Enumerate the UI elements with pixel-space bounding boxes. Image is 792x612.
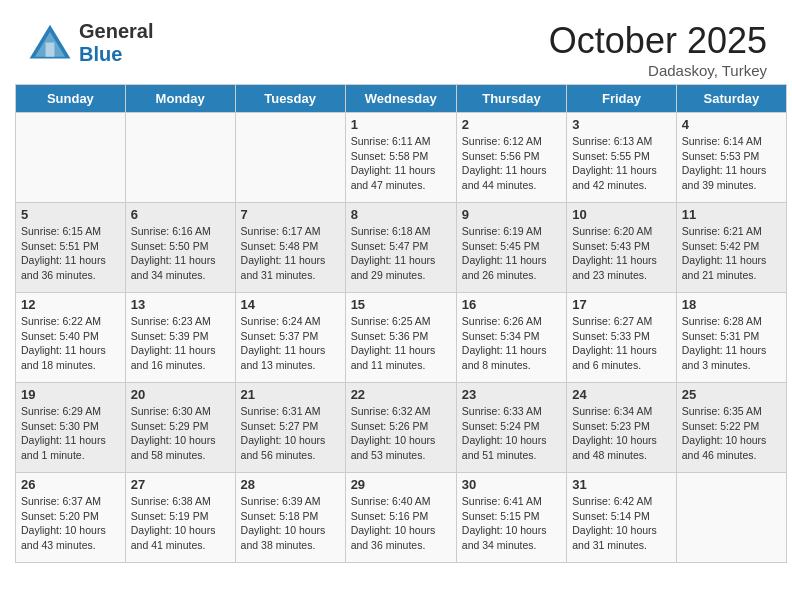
cell-content: Sunrise: 6:31 AM Sunset: 5:27 PM Dayligh…: [241, 404, 340, 463]
calendar-cell: 9Sunrise: 6:19 AM Sunset: 5:45 PM Daylig…: [456, 203, 566, 293]
calendar-cell: [676, 473, 786, 563]
cell-content: Sunrise: 6:32 AM Sunset: 5:26 PM Dayligh…: [351, 404, 451, 463]
cell-content: Sunrise: 6:23 AM Sunset: 5:39 PM Dayligh…: [131, 314, 230, 373]
calendar-cell: 23Sunrise: 6:33 AM Sunset: 5:24 PM Dayli…: [456, 383, 566, 473]
day-number: 16: [462, 297, 561, 312]
day-number: 8: [351, 207, 451, 222]
calendar-cell: 10Sunrise: 6:20 AM Sunset: 5:43 PM Dayli…: [567, 203, 677, 293]
weekday-header-row: SundayMondayTuesdayWednesdayThursdayFrid…: [16, 85, 787, 113]
cell-content: Sunrise: 6:38 AM Sunset: 5:19 PM Dayligh…: [131, 494, 230, 553]
cell-content: Sunrise: 6:42 AM Sunset: 5:14 PM Dayligh…: [572, 494, 671, 553]
weekday-header-sunday: Sunday: [16, 85, 126, 113]
day-number: 10: [572, 207, 671, 222]
day-number: 30: [462, 477, 561, 492]
day-number: 31: [572, 477, 671, 492]
calendar-cell: 28Sunrise: 6:39 AM Sunset: 5:18 PM Dayli…: [235, 473, 345, 563]
day-number: 9: [462, 207, 561, 222]
week-row-1: 1Sunrise: 6:11 AM Sunset: 5:58 PM Daylig…: [16, 113, 787, 203]
logo-general-text: General: [79, 20, 153, 43]
calendar-cell: 29Sunrise: 6:40 AM Sunset: 5:16 PM Dayli…: [345, 473, 456, 563]
logo: General Blue: [25, 20, 153, 66]
day-number: 28: [241, 477, 340, 492]
cell-content: Sunrise: 6:12 AM Sunset: 5:56 PM Dayligh…: [462, 134, 561, 193]
calendar-cell: 4Sunrise: 6:14 AM Sunset: 5:53 PM Daylig…: [676, 113, 786, 203]
cell-content: Sunrise: 6:39 AM Sunset: 5:18 PM Dayligh…: [241, 494, 340, 553]
cell-content: Sunrise: 6:13 AM Sunset: 5:55 PM Dayligh…: [572, 134, 671, 193]
cell-content: Sunrise: 6:29 AM Sunset: 5:30 PM Dayligh…: [21, 404, 120, 463]
weekday-header-tuesday: Tuesday: [235, 85, 345, 113]
cell-content: Sunrise: 6:37 AM Sunset: 5:20 PM Dayligh…: [21, 494, 120, 553]
day-number: 17: [572, 297, 671, 312]
day-number: 19: [21, 387, 120, 402]
cell-content: Sunrise: 6:24 AM Sunset: 5:37 PM Dayligh…: [241, 314, 340, 373]
weekday-header-saturday: Saturday: [676, 85, 786, 113]
cell-content: Sunrise: 6:41 AM Sunset: 5:15 PM Dayligh…: [462, 494, 561, 553]
cell-content: Sunrise: 6:21 AM Sunset: 5:42 PM Dayligh…: [682, 224, 781, 283]
day-number: 29: [351, 477, 451, 492]
location-subtitle: Dadaskoy, Turkey: [549, 62, 767, 79]
week-row-2: 5Sunrise: 6:15 AM Sunset: 5:51 PM Daylig…: [16, 203, 787, 293]
calendar-cell: 16Sunrise: 6:26 AM Sunset: 5:34 PM Dayli…: [456, 293, 566, 383]
day-number: 18: [682, 297, 781, 312]
day-number: 7: [241, 207, 340, 222]
calendar-cell: 17Sunrise: 6:27 AM Sunset: 5:33 PM Dayli…: [567, 293, 677, 383]
calendar-cell: 27Sunrise: 6:38 AM Sunset: 5:19 PM Dayli…: [125, 473, 235, 563]
calendar-table: SundayMondayTuesdayWednesdayThursdayFrid…: [15, 84, 787, 563]
calendar-cell: 22Sunrise: 6:32 AM Sunset: 5:26 PM Dayli…: [345, 383, 456, 473]
day-number: 20: [131, 387, 230, 402]
cell-content: Sunrise: 6:25 AM Sunset: 5:36 PM Dayligh…: [351, 314, 451, 373]
cell-content: Sunrise: 6:28 AM Sunset: 5:31 PM Dayligh…: [682, 314, 781, 373]
calendar-cell: 24Sunrise: 6:34 AM Sunset: 5:23 PM Dayli…: [567, 383, 677, 473]
calendar-cell: 18Sunrise: 6:28 AM Sunset: 5:31 PM Dayli…: [676, 293, 786, 383]
week-row-5: 26Sunrise: 6:37 AM Sunset: 5:20 PM Dayli…: [16, 473, 787, 563]
calendar-cell: 12Sunrise: 6:22 AM Sunset: 5:40 PM Dayli…: [16, 293, 126, 383]
day-number: 5: [21, 207, 120, 222]
day-number: 4: [682, 117, 781, 132]
week-row-4: 19Sunrise: 6:29 AM Sunset: 5:30 PM Dayli…: [16, 383, 787, 473]
calendar-cell: 31Sunrise: 6:42 AM Sunset: 5:14 PM Dayli…: [567, 473, 677, 563]
cell-content: Sunrise: 6:40 AM Sunset: 5:16 PM Dayligh…: [351, 494, 451, 553]
calendar-cell: 26Sunrise: 6:37 AM Sunset: 5:20 PM Dayli…: [16, 473, 126, 563]
cell-content: Sunrise: 6:18 AM Sunset: 5:47 PM Dayligh…: [351, 224, 451, 283]
cell-content: Sunrise: 6:35 AM Sunset: 5:22 PM Dayligh…: [682, 404, 781, 463]
calendar-cell: 3Sunrise: 6:13 AM Sunset: 5:55 PM Daylig…: [567, 113, 677, 203]
calendar-cell: 8Sunrise: 6:18 AM Sunset: 5:47 PM Daylig…: [345, 203, 456, 293]
cell-content: Sunrise: 6:14 AM Sunset: 5:53 PM Dayligh…: [682, 134, 781, 193]
page-header: General Blue October 2025 Dadaskoy, Turk…: [10, 10, 782, 84]
day-number: 24: [572, 387, 671, 402]
calendar-cell: 14Sunrise: 6:24 AM Sunset: 5:37 PM Dayli…: [235, 293, 345, 383]
calendar-cell: 19Sunrise: 6:29 AM Sunset: 5:30 PM Dayli…: [16, 383, 126, 473]
calendar-cell: 15Sunrise: 6:25 AM Sunset: 5:36 PM Dayli…: [345, 293, 456, 383]
cell-content: Sunrise: 6:11 AM Sunset: 5:58 PM Dayligh…: [351, 134, 451, 193]
cell-content: Sunrise: 6:30 AM Sunset: 5:29 PM Dayligh…: [131, 404, 230, 463]
calendar-cell: 6Sunrise: 6:16 AM Sunset: 5:50 PM Daylig…: [125, 203, 235, 293]
day-number: 3: [572, 117, 671, 132]
logo-icon: [25, 23, 75, 63]
week-row-3: 12Sunrise: 6:22 AM Sunset: 5:40 PM Dayli…: [16, 293, 787, 383]
month-title: October 2025: [549, 20, 767, 62]
day-number: 23: [462, 387, 561, 402]
calendar-cell: 5Sunrise: 6:15 AM Sunset: 5:51 PM Daylig…: [16, 203, 126, 293]
cell-content: Sunrise: 6:26 AM Sunset: 5:34 PM Dayligh…: [462, 314, 561, 373]
calendar-cell: [16, 113, 126, 203]
cell-content: Sunrise: 6:15 AM Sunset: 5:51 PM Dayligh…: [21, 224, 120, 283]
cell-content: Sunrise: 6:33 AM Sunset: 5:24 PM Dayligh…: [462, 404, 561, 463]
day-number: 25: [682, 387, 781, 402]
svg-rect-2: [46, 43, 55, 57]
weekday-header-thursday: Thursday: [456, 85, 566, 113]
calendar-cell: 1Sunrise: 6:11 AM Sunset: 5:58 PM Daylig…: [345, 113, 456, 203]
day-number: 26: [21, 477, 120, 492]
calendar-cell: [125, 113, 235, 203]
day-number: 21: [241, 387, 340, 402]
weekday-header-monday: Monday: [125, 85, 235, 113]
cell-content: Sunrise: 6:27 AM Sunset: 5:33 PM Dayligh…: [572, 314, 671, 373]
day-number: 27: [131, 477, 230, 492]
title-block: October 2025 Dadaskoy, Turkey: [549, 20, 767, 79]
day-number: 6: [131, 207, 230, 222]
calendar-cell: 30Sunrise: 6:41 AM Sunset: 5:15 PM Dayli…: [456, 473, 566, 563]
cell-content: Sunrise: 6:16 AM Sunset: 5:50 PM Dayligh…: [131, 224, 230, 283]
cell-content: Sunrise: 6:20 AM Sunset: 5:43 PM Dayligh…: [572, 224, 671, 283]
day-number: 1: [351, 117, 451, 132]
calendar-cell: [235, 113, 345, 203]
calendar-cell: 2Sunrise: 6:12 AM Sunset: 5:56 PM Daylig…: [456, 113, 566, 203]
